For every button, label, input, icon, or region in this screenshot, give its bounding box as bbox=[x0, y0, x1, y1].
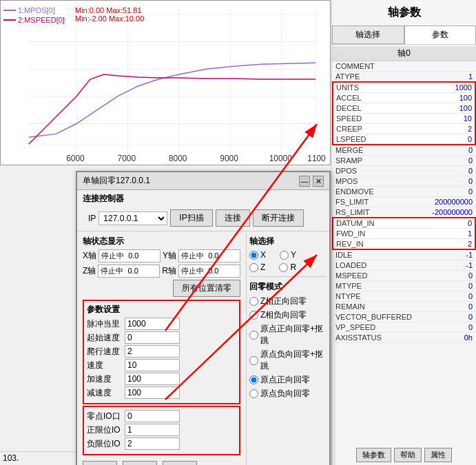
return-button[interactable]: 回零 bbox=[83, 461, 117, 465]
dialog: 单轴回零127.0.0.1 — ✕ 连接控制器 IP 127.0.0.1 IP扫… bbox=[76, 171, 331, 465]
axis-radio-input-z[interactable] bbox=[249, 263, 258, 272]
axis-panel-title: 轴参数 bbox=[332, 0, 476, 25]
return-mode-radio[interactable] bbox=[249, 331, 258, 340]
param-value: 1 bbox=[418, 229, 475, 239]
return-mode-label: 回零模式 bbox=[249, 281, 327, 293]
param-input-label: 起始速度 bbox=[87, 332, 125, 344]
param-input-field[interactable] bbox=[125, 345, 180, 358]
return-mode-radio[interactable] bbox=[249, 311, 258, 320]
io-input-row: 零点IO口 bbox=[87, 410, 236, 422]
param-input-field[interactable] bbox=[125, 359, 180, 371]
btn-help[interactable]: 帮助 bbox=[394, 448, 422, 462]
io-input-row: 正限位IO bbox=[87, 424, 236, 436]
param-settings-section: 参数设置 脉冲当里 起始速度 爬行速度 速度 加速度 减速度 bbox=[83, 300, 240, 404]
param-input-row: 速度 bbox=[87, 359, 236, 371]
table-row: FS_LIMIT 200000000 bbox=[333, 197, 475, 207]
minimize-button[interactable]: — bbox=[299, 176, 310, 187]
io-input-field[interactable] bbox=[125, 410, 180, 422]
return-mode-radio[interactable] bbox=[249, 375, 258, 384]
btn-axis-params[interactable]: 轴参数 bbox=[356, 448, 391, 462]
table-row: MSPEED 0 bbox=[333, 271, 475, 281]
table-row: RS_LIMIT -200000000 bbox=[333, 207, 475, 218]
axis-z-row: Z轴 停止中 0.0 R轴 停止中 0.0 bbox=[83, 265, 240, 278]
axis-z-label: Z轴 bbox=[83, 265, 96, 277]
clear-button[interactable]: 清零 bbox=[163, 461, 197, 465]
axis-radio-z[interactable]: Z bbox=[249, 262, 265, 272]
param-input-row: 爬行速度 bbox=[87, 345, 236, 358]
legend-item-1: 1:MPOS[0] bbox=[18, 6, 55, 14]
param-input-field[interactable] bbox=[125, 373, 180, 385]
param-value: 0 bbox=[418, 302, 475, 312]
table-row: UNITS 1000 bbox=[333, 82, 475, 93]
connect-section: 连接控制器 IP 127.0.0.1 IP扫描 连接 断开连接 bbox=[77, 190, 329, 229]
axis-status-section: 轴状态显示 X轴 停止中 0.0 Y轴 停止中 0.0 Z轴 停止中 0.0 R… bbox=[77, 233, 246, 298]
param-input-row: 加速度 bbox=[87, 373, 236, 385]
param-value: 100 bbox=[418, 93, 475, 103]
param-name: VECTOR_BUFFERED bbox=[333, 312, 418, 322]
svg-text:7000: 7000 bbox=[118, 154, 136, 163]
all-zero-button[interactable]: 所有位置清零 bbox=[173, 280, 240, 297]
axis-x-label: X轴 bbox=[83, 250, 96, 262]
table-row: MPOS 0 bbox=[333, 176, 475, 187]
connect-row: IP 127.0.0.1 IP扫描 连接 断开连接 bbox=[83, 207, 324, 228]
param-name: NTYPE bbox=[333, 291, 418, 302]
axis-radio-input-r[interactable] bbox=[279, 263, 288, 272]
axis-x-status: 停止中 0.0 bbox=[99, 249, 161, 262]
axis-radio-x[interactable]: X bbox=[249, 250, 266, 260]
io-input-label: 正限位IO bbox=[87, 424, 125, 436]
ip-select[interactable]: 127.0.0.1 bbox=[99, 211, 167, 225]
param-value: 200000000 bbox=[418, 197, 475, 207]
param-name: AXISSTATUS bbox=[333, 333, 418, 343]
axis-radio-container: X Y Z R bbox=[249, 250, 327, 272]
axis-radio-row: X Y bbox=[249, 250, 327, 260]
param-value: 2 bbox=[418, 124, 475, 134]
param-name: LOADED bbox=[333, 260, 418, 271]
param-value: 0 bbox=[418, 166, 475, 176]
param-name: MSPEED bbox=[333, 271, 418, 281]
io-input-field[interactable] bbox=[125, 437, 180, 450]
io-input-field[interactable] bbox=[125, 424, 180, 436]
param-value: 0 bbox=[418, 134, 475, 145]
disconnect-button[interactable]: 断开连接 bbox=[253, 209, 304, 227]
param-value: 0 bbox=[418, 187, 475, 197]
param-input-field[interactable] bbox=[125, 331, 180, 344]
param-name: FS_LIMIT bbox=[333, 197, 418, 207]
axis-status-label: 轴状态显示 bbox=[83, 236, 240, 247]
tab-axis-select[interactable]: 轴选择 bbox=[332, 25, 404, 44]
stop-button[interactable]: 停止 bbox=[123, 461, 157, 465]
return-mode-label: 原点负向回零+抠跳 bbox=[260, 349, 327, 372]
axis-radio-y[interactable]: Y bbox=[280, 250, 296, 260]
axis-panel: 轴参数 轴选择 参数 轴0 COMMENT ATYPE 1 UNITS 1000… bbox=[331, 0, 476, 465]
table-row: MERGE 0 bbox=[333, 145, 475, 156]
close-button[interactable]: ✕ bbox=[313, 176, 324, 187]
return-mode-radio[interactable] bbox=[249, 389, 258, 398]
table-row: DECEL 100 bbox=[333, 103, 475, 114]
tab-params[interactable]: 参数 bbox=[404, 25, 477, 44]
return-mode-radio[interactable] bbox=[249, 297, 258, 306]
chart-stat-2: Min:-2.00 Max:10.00 bbox=[75, 14, 144, 23]
table-row: SPEED 10 bbox=[333, 114, 475, 124]
param-input-field[interactable] bbox=[125, 386, 180, 399]
param-value: -1 bbox=[418, 260, 475, 271]
axis-select-label: 轴选择 bbox=[249, 236, 327, 247]
legend-item-2: 2:MSPEED[0] bbox=[18, 16, 65, 24]
param-input-label: 爬行速度 bbox=[87, 346, 125, 358]
param-value: 0 bbox=[418, 145, 475, 156]
axis-radio-input-y[interactable] bbox=[280, 251, 289, 260]
btn-properties[interactable]: 属性 bbox=[424, 448, 452, 462]
scan-button[interactable]: IP扫描 bbox=[170, 209, 212, 227]
table-row: ACCEL 100 bbox=[333, 93, 475, 103]
axis-tabs: 轴选择 参数 bbox=[332, 25, 476, 45]
connect-button[interactable]: 连接 bbox=[216, 209, 250, 227]
param-name: SRAMP bbox=[333, 156, 418, 166]
param-input-label: 加速度 bbox=[87, 373, 125, 385]
param-input-field[interactable] bbox=[125, 318, 180, 330]
param-name: DECEL bbox=[333, 103, 418, 114]
param-input-label: 减速度 bbox=[87, 387, 125, 399]
param-name: REV_IN bbox=[333, 239, 418, 250]
axis-radio-input-x[interactable] bbox=[249, 251, 258, 260]
axis-radio-r[interactable]: R bbox=[279, 262, 296, 272]
return-mode-radio[interactable] bbox=[249, 356, 258, 365]
return-mode-label: 原点负向回零 bbox=[260, 388, 310, 400]
return-mode-label: Z相正向回零 bbox=[260, 296, 307, 307]
